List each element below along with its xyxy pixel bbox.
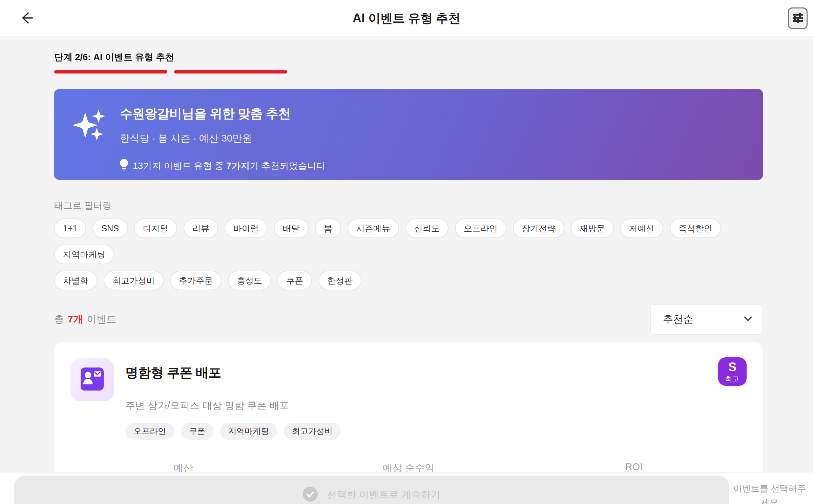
progress-bar	[54, 70, 763, 74]
banner-subtitle: 한식당 · 봄 시즌 · 예산 30만원	[120, 132, 326, 145]
event-tag: 최고가성비	[284, 423, 341, 440]
tag-filter-chip[interactable]: 신뢰도	[405, 218, 449, 238]
banner-info-text: 13가지 이벤트 유형 중 7가지가 추천되었습니다	[133, 160, 326, 172]
tag-filter-chip[interactable]: 디지털	[134, 218, 177, 238]
event-card-texts: 명함형 쿠폰 배포 주변 상가/오피스 대상 명함 쿠폰 배포 오프라인쿠폰지역…	[125, 358, 747, 440]
tag-filter-chip[interactable]: SNS	[92, 218, 127, 238]
sliders-icon	[791, 11, 805, 26]
tag-filter-chip[interactable]: 추가주문	[170, 271, 222, 290]
event-description: 주변 상가/오피스 대상 명함 쿠폰 배포	[125, 399, 747, 413]
event-icon-tile	[70, 358, 114, 401]
tag-filter-chip[interactable]: 한정판	[318, 271, 361, 290]
tag-filter-chip[interactable]: 쿠폰	[277, 271, 312, 290]
tag-filter-chip[interactable]: 차별화	[54, 271, 97, 290]
tag-filter-chip[interactable]: 지역마케팅	[54, 245, 114, 264]
banner-info-line: 13가지 이벤트 유형 중 7가지가 추천되었습니다	[120, 159, 326, 173]
step-indicator-label: 단계 2/6: AI 이벤트 유형 추천	[54, 51, 763, 63]
tag-filter-chip[interactable]: 재방문	[571, 218, 614, 238]
continue-button[interactable]: 선택한 이벤트로 계속하기	[14, 476, 729, 504]
bottom-action-bar: 선택한 이벤트로 계속하기 이벤트를 선택해주세요	[0, 472, 813, 504]
banner-title: 수원왕갈비님을 위한 맞춤 추천	[120, 105, 326, 122]
bulb-icon	[120, 159, 128, 173]
tag-filter-chip[interactable]: 시즌메뉴	[348, 218, 399, 238]
event-title: 명함형 쿠폰 배포	[125, 364, 747, 381]
grade-label: 최고	[726, 375, 739, 382]
event-tag: 쿠폰	[181, 423, 213, 440]
ai-event-recommendation-page: AI 이벤트 유형 추천 단계 2/6	[0, 0, 813, 504]
tag-filter-chip[interactable]: 봄	[315, 218, 341, 238]
tag-filter-chip[interactable]: 장기전략	[513, 218, 564, 238]
tag-filter-chip[interactable]: 리뷰	[184, 218, 218, 238]
tag-filter-chips: 1+1SNS디지털리뷰바이럴배달봄시즌메뉴신뢰도오프라인장기전략재방문저예산즉석…	[54, 218, 763, 290]
back-button[interactable]	[19, 10, 35, 26]
tag-filter-chip[interactable]: 1+1	[54, 218, 86, 238]
results-toolbar: 총7개이벤트 추천순	[54, 304, 763, 334]
tag-filter-chip[interactable]: 저예산	[620, 218, 663, 238]
event-tag: 지역마케팅	[220, 423, 277, 440]
top-app-bar: AI 이벤트 유형 추천	[0, 0, 813, 36]
tag-filter-chip[interactable]: 배달	[274, 218, 309, 238]
event-count-text: 총7개이벤트	[54, 313, 116, 326]
tag-chip-row: 1+1SNS디지털리뷰바이럴배달봄시즌메뉴신뢰도오프라인장기전략재방문저예산즉석…	[54, 218, 763, 264]
progress-segment	[54, 70, 167, 74]
page-title: AI 이벤트 유형 추천	[0, 0, 813, 36]
continue-button-inner: 선택한 이벤트로 계속하기	[303, 486, 440, 503]
filter-settings-button[interactable]	[788, 7, 808, 29]
tag-filter-chip[interactable]: 오프라인	[455, 218, 506, 238]
tag-filter-chip[interactable]: 즉석할인	[670, 218, 721, 238]
stat-label: ROI	[521, 461, 747, 472]
sort-selected-value: 추천순	[663, 313, 744, 327]
back-arrow-icon	[19, 10, 35, 27]
tag-filter-chip[interactable]: 충성도	[228, 271, 271, 290]
progress-segment	[174, 70, 287, 74]
grade-letter: S	[728, 361, 736, 373]
event-tags: 오프라인쿠폰지역마케팅최고가성비	[125, 423, 747, 440]
event-tag: 오프라인	[125, 423, 174, 440]
selection-hint-text: 이벤트를 선택해주세요	[730, 481, 809, 504]
tag-filter-label: 태그로 필터링	[54, 200, 763, 212]
sort-dropdown[interactable]: 추천순	[650, 304, 763, 334]
chevron-down-icon	[744, 316, 752, 323]
sparkles-icon	[72, 108, 108, 143]
event-count-number: 7개	[68, 313, 83, 326]
grade-badge: S 최고	[718, 357, 747, 386]
tag-filter-chip[interactable]: 바이럴	[225, 218, 268, 238]
recommendation-banner: 수원왕갈비님을 위한 맞춤 추천 한식당 · 봄 시즌 · 예산 30만원 13…	[54, 89, 763, 180]
banner-text-block: 수원왕갈비님을 위한 맞춤 추천 한식당 · 봄 시즌 · 예산 30만원 13…	[120, 105, 326, 164]
tag-filter-chip[interactable]: 최고가성비	[104, 271, 164, 290]
continue-button-label: 선택한 이벤트로 계속하기	[327, 488, 440, 502]
tag-chip-row: 차별화최고가성비추가주문충성도쿠폰한정판	[54, 271, 763, 290]
check-circle-icon	[303, 486, 318, 503]
business-card-contact-icon	[81, 368, 104, 392]
main-content: 단계 2/6: AI 이벤트 유형 추천 수원왕갈비님을 위한 맞춤 추천 한식…	[54, 51, 763, 502]
event-card-head: 명함형 쿠폰 배포 주변 상가/오피스 대상 명함 쿠폰 배포 오프라인쿠폰지역…	[70, 358, 747, 440]
